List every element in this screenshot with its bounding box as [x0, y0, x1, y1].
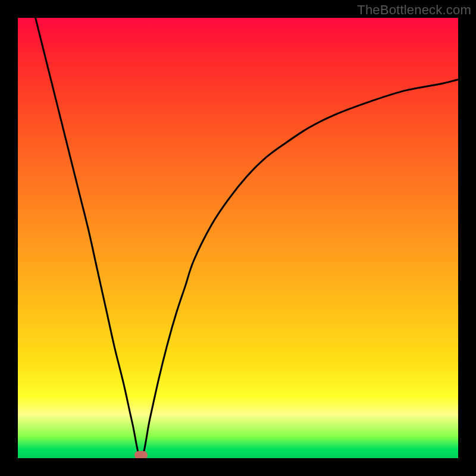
minimum-marker [134, 451, 148, 458]
plot-area [18, 18, 458, 458]
curve-layer [18, 18, 458, 458]
watermark-text: TheBottleneck.com [357, 2, 471, 18]
chart-frame: TheBottleneck.com [0, 0, 476, 476]
bottleneck-curve [36, 18, 458, 458]
